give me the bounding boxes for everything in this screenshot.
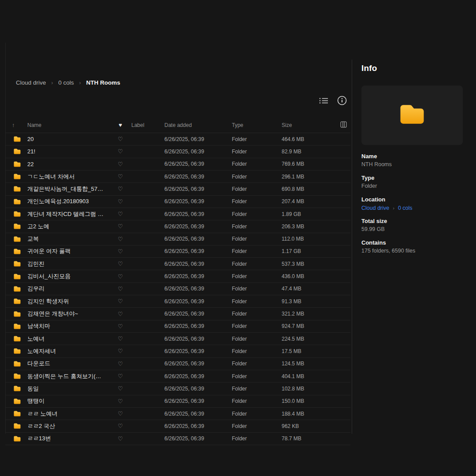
table-row[interactable]: 남색치마♡6/26/2025, 06:39Folder924.7 MB (5, 320, 350, 333)
favorite-toggle[interactable]: ♡ (109, 386, 131, 391)
table-row[interactable]: 김지인 학생자위♡6/26/2025, 06:39Folder91.3 MB (5, 295, 350, 308)
favorite-toggle[interactable]: ♡ (109, 348, 131, 354)
table-row[interactable]: 귀여운 여자 풀팩♡6/26/2025, 06:39Folder1.17 GB (5, 245, 350, 258)
table-row[interactable]: ㄹㄹ13번♡6/26/2025, 06:39Folder78.7 MB (5, 433, 350, 445)
folder-preview-card (361, 86, 463, 145)
file-date: 6/26/2025, 06:39 (164, 223, 232, 230)
table-row[interactable]: 계단녀 제작자CD 텔레그램 고...♡6/26/2025, 06:39Fold… (5, 208, 350, 220)
table-row[interactable]: 개같은박사놈꺼_대통합_57명...♡6/26/2025, 06:39Folde… (5, 183, 350, 195)
favorite-toggle[interactable]: ♡ (109, 336, 131, 342)
heart-outline-icon: ♡ (118, 174, 123, 179)
table-row[interactable]: 노예녀♡6/26/2025, 06:39Folder224.5 MB (5, 333, 350, 345)
table-row[interactable]: 20♡6/26/2025, 06:39Folder464.6 MB (5, 133, 350, 145)
file-date: 6/26/2025, 06:39 (164, 435, 232, 442)
favorite-toggle[interactable]: ♡ (109, 311, 131, 317)
table-row[interactable]: 교복♡6/26/2025, 06:39Folder112.0 MB (5, 233, 350, 245)
table-body: 20♡6/26/2025, 06:39Folder464.6 MB21!♡6/2… (5, 133, 350, 445)
location-link[interactable]: Cloud drive (361, 205, 389, 211)
heart-outline-icon: ♡ (118, 436, 123, 442)
info-field-contains: Contains 175 folders, 6590 files (361, 239, 463, 254)
heart-outline-icon: ♡ (118, 199, 123, 205)
file-type: Folder (232, 373, 282, 379)
file-size: 962 KB (282, 423, 337, 429)
info-field-total-size: Total size 59.99 GB (361, 218, 463, 233)
favorite-toggle[interactable]: ♡ (109, 249, 131, 254)
favorite-toggle[interactable]: ♡ (109, 199, 131, 205)
file-type: Folder (232, 386, 282, 392)
file-name: 21! (27, 148, 109, 155)
breadcrumb-item[interactable]: NTH Rooms (86, 79, 120, 86)
info-button[interactable] (336, 95, 348, 108)
table-row[interactable]: 김채연은 개창녀야~♡6/26/2025, 06:39Folder321.2 M… (5, 308, 350, 320)
table-row[interactable]: 개인노예육성.20180903♡6/26/2025, 06:39Folder20… (5, 196, 350, 208)
column-settings-button[interactable] (337, 121, 350, 129)
file-size: 436.0 MB (282, 273, 337, 279)
folder-icon (5, 236, 27, 242)
column-header-type[interactable]: Type (232, 122, 282, 128)
column-header-favorite[interactable]: ♥ (109, 122, 131, 128)
favorite-toggle[interactable]: ♡ (109, 161, 131, 167)
favorite-toggle[interactable]: ♡ (109, 373, 131, 379)
heart-outline-icon: ♡ (118, 423, 123, 429)
file-date: 6/26/2025, 06:39 (164, 298, 232, 305)
column-header-size[interactable]: Size (282, 122, 337, 128)
sort-direction-icon[interactable]: ↑ (5, 122, 27, 128)
file-size: 207.4 MB (282, 198, 337, 205)
file-type: Folder (232, 273, 282, 279)
table-row[interactable]: 김비서_사진모음♡6/26/2025, 06:39Folder436.0 MB (5, 270, 350, 283)
table-row[interactable]: 땡땡이♡6/26/2025, 06:39Folder150.0 MB (5, 395, 350, 408)
favorite-toggle[interactable]: ♡ (109, 174, 131, 179)
favorite-toggle[interactable]: ♡ (109, 411, 131, 416)
heart-outline-icon: ♡ (118, 336, 123, 342)
heart-outline-icon: ♡ (118, 398, 123, 404)
table-row[interactable]: 동일♡6/26/2025, 06:39Folder102.8 MB (5, 383, 350, 395)
info-field-location: Location Cloud drive›0 cols (361, 196, 463, 211)
table-row[interactable]: 21!♡6/26/2025, 06:39Folder82.9 MB (5, 145, 350, 158)
favorite-toggle[interactable]: ♡ (109, 286, 131, 292)
table-row[interactable]: ㄱㄷ노예녀 차에서♡6/26/2025, 06:39Folder296.1 MB (5, 171, 350, 183)
table-row[interactable]: 노예자세녀♡6/26/2025, 06:39Folder17.5 MB (5, 345, 350, 357)
favorite-toggle[interactable]: ♡ (109, 361, 131, 367)
table-row[interactable]: 김우리♡6/26/2025, 06:39Folder47.4 MB (5, 283, 350, 295)
column-header-date-added[interactable]: Date added (164, 122, 232, 128)
favorite-toggle[interactable]: ♡ (109, 298, 131, 304)
file-size: 924.7 MB (282, 323, 337, 329)
file-date: 6/26/2025, 06:39 (164, 361, 232, 367)
table-row[interactable]: 다운로드♡6/26/2025, 06:39Folder124.5 MB (5, 358, 350, 370)
table-row[interactable]: ㄹㄹ 노예녀♡6/26/2025, 06:39Folder188.4 MB (5, 408, 350, 420)
table-row[interactable]: 고2 노예♡6/26/2025, 06:39Folder206.3 MB (5, 220, 350, 233)
table-row[interactable]: 22♡6/26/2025, 06:39Folder769.6 MB (5, 158, 350, 171)
heart-outline-icon: ♡ (118, 249, 123, 254)
list-view-button[interactable] (317, 95, 330, 108)
heart-outline-icon: ♡ (118, 298, 123, 304)
file-date: 6/26/2025, 06:39 (164, 311, 232, 317)
table-row[interactable]: 김민진♡6/26/2025, 06:39Folder537.3 MB (5, 258, 350, 270)
favorite-toggle[interactable]: ♡ (109, 398, 131, 404)
file-name: 동생이찍은 누드 훔쳐보기(매... (27, 372, 109, 380)
favorite-toggle[interactable]: ♡ (109, 186, 131, 192)
file-type: Folder (232, 323, 282, 329)
info-panel-title: Info (361, 63, 463, 73)
breadcrumb-item[interactable]: Cloud drive (16, 79, 46, 86)
favorite-toggle[interactable]: ♡ (109, 436, 131, 442)
file-type: Folder (232, 411, 282, 417)
location-link[interactable]: 0 cols (398, 205, 413, 211)
file-size: 188.4 MB (282, 411, 337, 417)
column-header-name[interactable]: Name (27, 122, 109, 128)
favorite-toggle[interactable]: ♡ (109, 211, 131, 217)
favorite-toggle[interactable]: ♡ (109, 261, 131, 267)
favorite-toggle[interactable]: ♡ (109, 324, 131, 329)
favorite-toggle[interactable]: ♡ (109, 423, 131, 429)
favorite-toggle[interactable]: ♡ (109, 274, 131, 279)
file-size: 224.5 MB (282, 336, 337, 342)
table-row[interactable]: 동생이찍은 누드 훔쳐보기(매...♡6/26/2025, 06:39Folde… (5, 370, 350, 383)
favorite-toggle[interactable]: ♡ (109, 223, 131, 229)
column-header-label[interactable]: Label (131, 122, 164, 128)
favorite-toggle[interactable]: ♡ (109, 149, 131, 154)
file-type: Folder (232, 311, 282, 317)
favorite-toggle[interactable]: ♡ (109, 136, 131, 142)
breadcrumb-item[interactable]: 0 cols (58, 79, 74, 86)
favorite-toggle[interactable]: ♡ (109, 236, 131, 242)
file-date: 6/26/2025, 06:39 (164, 411, 232, 417)
table-row[interactable]: ㄹㄹ2 국산♡6/26/2025, 06:39Folder962 KB (5, 420, 350, 432)
